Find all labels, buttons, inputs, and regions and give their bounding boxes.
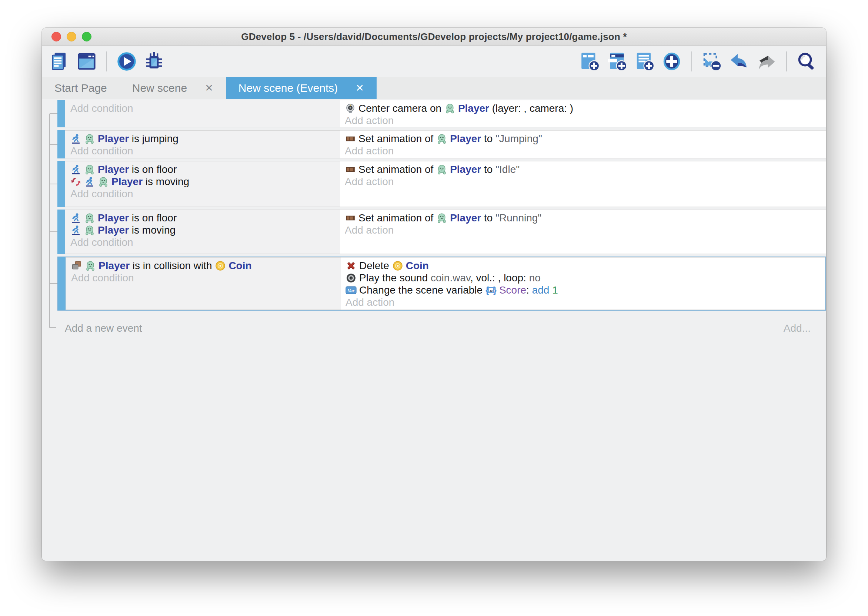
close-tab-icon[interactable]: ✕	[355, 83, 364, 93]
event-drag-bar[interactable]	[57, 130, 65, 159]
action-line[interactable]: Delete Coin	[346, 259, 821, 272]
coin-icon	[215, 260, 226, 271]
delete-selection-icon	[701, 51, 722, 72]
player-icon	[436, 133, 447, 145]
player-icon	[85, 260, 96, 271]
event-drag-bar[interactable]	[57, 161, 65, 207]
player-icon	[84, 212, 95, 223]
delete-x-icon	[346, 260, 357, 271]
play-button[interactable]	[115, 50, 138, 73]
platformer-icon	[70, 164, 82, 175]
conditions-cell[interactable]: Player is in collision with CoinAdd cond…	[66, 257, 341, 310]
toolbar-separator	[786, 52, 787, 71]
minimize-window-button[interactable]	[67, 32, 76, 41]
animation-icon	[345, 133, 356, 145]
text-segment: :	[526, 284, 532, 296]
action-line[interactable]: Set animation of Player to "Idle"	[345, 163, 821, 176]
add-condition-button[interactable]: Add condition	[70, 188, 335, 200]
action-line[interactable]: Play the sound coin.wav, vol.: , loop: n…	[346, 272, 821, 284]
conditions-cell[interactable]: Player is on floorPlayer is movingAdd co…	[65, 161, 340, 207]
window-title: GDevelop 5 - /Users/david/Documents/GDev…	[241, 31, 627, 42]
text-segment: is jumping	[129, 133, 178, 145]
tab-new-scene-events-[interactable]: New scene (Events)✕	[226, 77, 377, 99]
text-segment: Player	[98, 133, 129, 145]
conditions-cell[interactable]: Player is jumpingAdd condition	[65, 130, 340, 159]
undo-button[interactable]	[728, 50, 751, 73]
text-segment: add	[532, 284, 550, 296]
conditions-cell[interactable]: Player is on floorPlayer is movingAdd co…	[65, 209, 340, 254]
add-new-event-button[interactable]: Add a new event	[65, 322, 142, 334]
event-tree-lines	[42, 99, 57, 344]
add-circle-button[interactable]	[660, 50, 683, 73]
add-comment-button[interactable]	[633, 50, 656, 73]
event-row-3[interactable]: Player is on floorPlayer is movingAdd co…	[57, 161, 826, 207]
scene-editor-button[interactable]	[75, 50, 98, 73]
condition-line[interactable]: Player is moving	[70, 224, 335, 236]
player-icon	[436, 164, 447, 175]
close-tab-icon[interactable]: ✕	[205, 83, 213, 93]
add-condition-button[interactable]: Add condition	[70, 236, 335, 248]
text-segment: is on floor	[129, 212, 177, 223]
event-rows: Add conditionCenter camera on Player (la…	[42, 99, 826, 311]
event-row-2[interactable]: Player is jumpingAdd conditionSet animat…	[57, 130, 826, 159]
text-segment: Set animation of	[359, 212, 436, 223]
event-row-5[interactable]: Player is in collision with CoinAdd cond…	[57, 256, 826, 311]
tab-start-page[interactable]: Start Page	[42, 77, 120, 99]
add-condition-button[interactable]: Add condition	[70, 145, 335, 157]
actions-cell[interactable]: Set animation of Player to "Running"Add …	[340, 209, 826, 254]
add-action-button[interactable]: Add action	[346, 296, 821, 308]
action-line[interactable]: Set animation of Player to "Running"	[345, 212, 821, 224]
debug-button[interactable]	[143, 50, 165, 73]
tab-new-scene[interactable]: New scene✕	[120, 77, 226, 99]
event-drag-bar[interactable]	[57, 100, 65, 127]
text-segment: Player	[99, 260, 130, 271]
actions-cell[interactable]: Delete CoinPlay the sound coin.wav, vol.…	[341, 257, 826, 310]
close-window-button[interactable]	[52, 32, 61, 41]
search-button[interactable]	[795, 50, 818, 73]
action-line[interactable]: Center camera on Player (layer: , camera…	[345, 102, 821, 115]
project-manager-icon	[49, 51, 70, 72]
text-segment	[549, 284, 552, 296]
event-row-4[interactable]: Player is on floorPlayer is movingAdd co…	[57, 209, 826, 254]
add-more-button[interactable]: Add...	[783, 322, 811, 334]
add-action-button[interactable]: Add action	[345, 145, 821, 157]
condition-line[interactable]: Player is moving	[70, 176, 335, 188]
tab-bar: Start PageNew scene✕New scene (Events)✕	[42, 77, 826, 99]
actions-cell[interactable]: Set animation of Player to "Jumping"Add …	[340, 130, 826, 159]
event-row-1[interactable]: Add conditionCenter camera on Player (la…	[57, 100, 826, 127]
tab-label: Start Page	[54, 82, 107, 94]
sheet-footer: Add a new event Add...	[42, 320, 826, 336]
project-manager-button[interactable]	[48, 50, 71, 73]
play-icon	[116, 51, 137, 72]
title-bar[interactable]: GDevelop 5 - /Users/david/Documents/GDev…	[42, 28, 826, 46]
redo-button[interactable]	[755, 50, 778, 73]
delete-selection-button[interactable]	[700, 50, 723, 73]
add-action-button[interactable]: Add action	[345, 115, 821, 127]
add-action-button[interactable]: Add action	[345, 224, 821, 236]
zoom-window-button[interactable]	[82, 32, 91, 41]
toolbar-left-group	[48, 50, 165, 73]
add-event-button[interactable]	[578, 50, 601, 73]
redo-icon	[756, 51, 777, 72]
text-segment: Player	[112, 176, 143, 187]
add-subevent-button[interactable]	[605, 50, 628, 73]
event-drag-bar[interactable]	[58, 257, 66, 310]
text-segment: is moving	[129, 224, 176, 236]
debug-icon	[144, 51, 164, 72]
condition-line[interactable]: Player is on floor	[70, 163, 335, 176]
search-icon	[796, 51, 817, 72]
action-line[interactable]: Set animation of Player to "Jumping"	[345, 132, 821, 145]
actions-cell[interactable]: Set animation of Player to "Idle"Add act…	[340, 161, 826, 207]
add-condition-button[interactable]: Add condition	[70, 102, 335, 115]
animation-icon	[345, 212, 356, 223]
conditions-cell[interactable]: Add condition	[65, 100, 340, 127]
actions-cell[interactable]: Center camera on Player (layer: , camera…	[340, 100, 826, 127]
event-drag-bar[interactable]	[57, 209, 65, 254]
add-condition-button[interactable]: Add condition	[71, 272, 335, 284]
condition-line[interactable]: Player is in collision with Coin	[71, 259, 335, 272]
main-toolbar	[42, 46, 826, 77]
action-line[interactable]: VarChange the scene variable {}Score: ad…	[346, 284, 821, 296]
condition-line[interactable]: Player is on floor	[70, 212, 335, 224]
condition-line[interactable]: Player is jumping	[70, 132, 335, 145]
add-action-button[interactable]: Add action	[345, 176, 821, 188]
